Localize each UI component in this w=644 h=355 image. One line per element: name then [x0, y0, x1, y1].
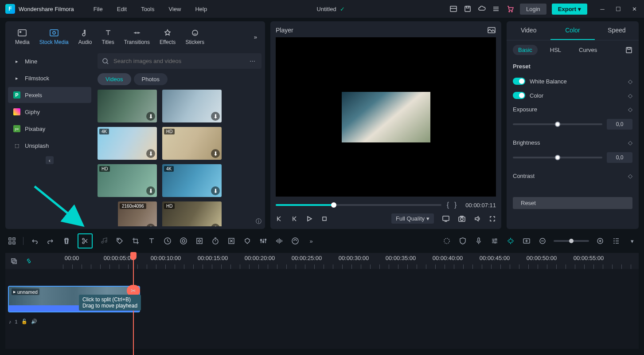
- subtab-basic[interactable]: Basic: [513, 45, 538, 55]
- scrub-handle[interactable]: [331, 202, 336, 208]
- menu-view[interactable]: View: [163, 4, 186, 14]
- volume-icon[interactable]: [474, 215, 481, 222]
- color-toggle[interactable]: [513, 92, 525, 99]
- tab-stickers[interactable]: Stickers: [181, 26, 209, 48]
- search-input[interactable]: [113, 58, 243, 64]
- split-icon[interactable]: [78, 233, 93, 248]
- delete-icon[interactable]: [62, 236, 71, 246]
- download-icon[interactable]: ⬇: [211, 224, 220, 226]
- download-icon[interactable]: ⬇: [146, 149, 155, 158]
- view-dropdown-icon[interactable]: ▾: [627, 236, 637, 246]
- filter-videos[interactable]: Videos: [98, 73, 131, 85]
- prev-frame-icon[interactable]: [276, 215, 283, 222]
- download-icon[interactable]: ⬇: [211, 186, 220, 195]
- duration-icon[interactable]: [211, 236, 220, 246]
- scrub-bar[interactable]: [276, 204, 441, 206]
- undo-icon[interactable]: [30, 236, 39, 246]
- stock-thumbnail[interactable]: 2160x4096⬇: [118, 201, 157, 226]
- zoom-slider[interactable]: [554, 240, 589, 242]
- tab-titles[interactable]: Titles: [97, 26, 118, 48]
- step-back-icon[interactable]: [291, 215, 298, 222]
- audio-wave-icon[interactable]: [274, 236, 284, 246]
- adjust-icon[interactable]: [258, 236, 268, 246]
- tab-audio[interactable]: Audio: [74, 26, 97, 48]
- marker-dot-icon[interactable]: [442, 236, 452, 246]
- menu-edit[interactable]: Edit: [112, 4, 132, 14]
- menu-file[interactable]: File: [88, 4, 108, 14]
- stop-icon[interactable]: [321, 215, 328, 222]
- mark-out-icon[interactable]: }: [454, 201, 457, 209]
- keyframe-icon[interactable]: ◇: [628, 92, 632, 99]
- wb-toggle[interactable]: [513, 78, 525, 85]
- tag-icon[interactable]: [115, 236, 125, 246]
- collapse-sidebar-icon[interactable]: ‹: [46, 156, 54, 164]
- quality-select[interactable]: Full Quality▾: [391, 213, 434, 224]
- snap-icon[interactable]: [506, 236, 515, 246]
- maximize-icon[interactable]: ☐: [614, 4, 623, 13]
- menu-tools[interactable]: Tools: [136, 4, 160, 14]
- prop-tab-color[interactable]: Color: [550, 21, 594, 40]
- expand-tabs-icon[interactable]: »: [251, 31, 260, 43]
- mask-icon[interactable]: [242, 236, 252, 246]
- brightness-slider[interactable]: [513, 157, 602, 158]
- save-icon[interactable]: [463, 4, 472, 13]
- fit-icon[interactable]: [226, 236, 236, 246]
- download-icon[interactable]: ⬇: [146, 112, 155, 121]
- text-icon[interactable]: [147, 236, 156, 246]
- mic-icon[interactable]: [474, 236, 484, 246]
- download-icon[interactable]: ⬇: [146, 224, 155, 226]
- more-tools-icon[interactable]: »: [306, 236, 316, 246]
- source-giphy[interactable]: Giphy: [8, 104, 91, 120]
- stock-thumbnail[interactable]: HD⬇: [162, 201, 222, 226]
- mark-in-icon[interactable]: {: [447, 201, 449, 209]
- playhead-handle[interactable]: [130, 252, 137, 260]
- source-pexels[interactable]: PPexels: [8, 87, 91, 103]
- fullscreen-icon[interactable]: [489, 215, 496, 222]
- snapshot-icon[interactable]: [487, 27, 496, 34]
- source-filmstock[interactable]: ▸Filmstock: [8, 70, 91, 86]
- view-mode-icon[interactable]: [611, 236, 621, 246]
- link-icon[interactable]: [24, 256, 34, 266]
- filter-photos[interactable]: Photos: [134, 73, 168, 85]
- save-preset-icon[interactable]: [625, 47, 632, 54]
- timeline-ruler[interactable]: 00:00 00:00:05:00 00:00:10:00 00:00:15:0…: [5, 253, 639, 269]
- reset-button[interactable]: Reset: [513, 197, 632, 209]
- info-icon[interactable]: ⓘ: [256, 217, 262, 225]
- zoom-handle[interactable]: [569, 239, 574, 243]
- cloud-icon[interactable]: [477, 4, 486, 13]
- slider-handle[interactable]: [555, 122, 560, 127]
- zoom-in-icon[interactable]: [595, 236, 605, 246]
- cart-icon[interactable]: [506, 4, 515, 13]
- speed-icon[interactable]: [163, 236, 172, 246]
- search-more-icon[interactable]: ⋯: [248, 56, 257, 66]
- stock-thumbnail[interactable]: ⬇: [98, 90, 157, 122]
- download-icon[interactable]: ⬇: [146, 186, 155, 195]
- stock-thumbnail[interactable]: 4K⬇: [98, 127, 157, 160]
- source-unsplash[interactable]: ⬚Unsplash: [8, 138, 91, 154]
- stock-thumbnail[interactable]: 4K⬇: [162, 164, 222, 197]
- zoom-out-icon[interactable]: [538, 236, 547, 246]
- exposure-slider[interactable]: [513, 123, 602, 125]
- camera-icon[interactable]: [458, 215, 466, 222]
- timeline-tracks[interactable]: ▢ 1 🔓 🔊 👁 ♪ 1 🔓 🔊 ▸unnamed Click to spli…: [5, 269, 639, 349]
- video-viewport[interactable]: [276, 37, 496, 197]
- shield-icon[interactable]: [458, 236, 468, 246]
- menu-lines-icon[interactable]: [492, 4, 500, 13]
- keyframe-tool-icon[interactable]: [195, 236, 204, 246]
- login-button[interactable]: Login: [520, 4, 546, 15]
- slider-handle[interactable]: [555, 155, 560, 160]
- crop-icon[interactable]: [131, 236, 141, 246]
- music-icon[interactable]: [99, 236, 109, 246]
- tab-transitions[interactable]: Transitions: [120, 26, 154, 48]
- stock-thumbnail[interactable]: HD⬇: [98, 164, 157, 197]
- mute-icon[interactable]: 🔊: [31, 319, 37, 324]
- source-mine[interactable]: ▸Mine: [8, 53, 91, 69]
- export-button[interactable]: Export▾: [552, 4, 587, 15]
- keyframe-icon[interactable]: ◇: [628, 139, 632, 146]
- play-icon[interactable]: [306, 215, 313, 222]
- close-icon[interactable]: ✕: [630, 4, 639, 13]
- menu-help[interactable]: Help: [190, 4, 212, 14]
- tab-stock-media[interactable]: Stock Media: [35, 26, 73, 48]
- keyframe-icon[interactable]: ◇: [628, 173, 632, 179]
- tab-effects[interactable]: Effects: [155, 26, 180, 48]
